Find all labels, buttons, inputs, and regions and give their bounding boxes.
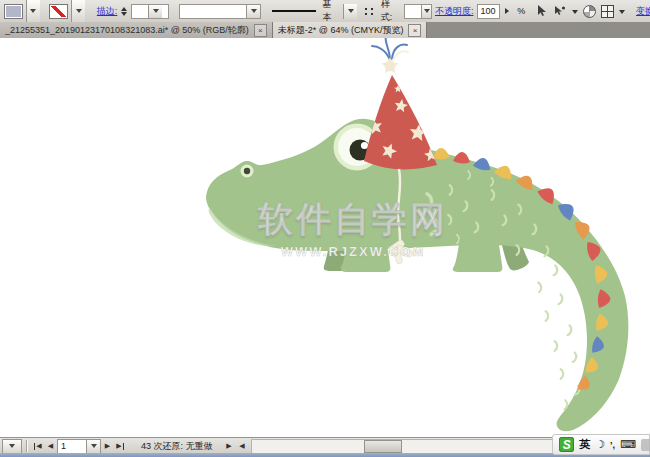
sogou-ime-bar: S 英 ☽ ’, ⌨ [552,434,650,455]
select-similar-dropdown[interactable] [572,10,578,17]
select-similar-icon[interactable] [535,4,550,19]
pompom-ribbons [372,36,408,60]
brush-options-icon[interactable] [364,7,374,16]
ime-language-toggle[interactable]: 英 [579,437,590,452]
fill-color-dropdown[interactable] [26,0,40,22]
opacity-value: 100 [478,6,499,16]
scale-crescent [561,369,564,379]
select-similar-options-icon[interactable] [553,4,568,19]
prev-artboard-button[interactable]: ◀ [44,440,57,453]
scale-crescent [567,325,572,335]
width-profile-dropdown[interactable] [246,5,260,18]
croc-hind-leg [453,236,503,272]
tab-2-title: 未标题-2* @ 64% (CMYK/预览) [278,24,404,37]
brush-dropdown[interactable] [343,4,357,19]
stroke-color-dropdown[interactable] [71,0,85,22]
opacity-panel-link[interactable]: 不透明度: [435,5,474,18]
sogou-logo-icon[interactable]: S [559,437,574,452]
stroke-weight-combo[interactable] [131,4,168,19]
croc-eye-glint [361,142,368,149]
document-tabbar: _21255351_20190123170108321083.ai* @ 50%… [0,22,650,38]
tab-1-title: _21255351_20190123170108321083.ai* @ 50%… [5,24,249,37]
tab-2-close-icon[interactable]: × [408,24,421,37]
opacity-dropdown-icon[interactable] [505,8,512,14]
ime-more-icon[interactable] [641,439,650,451]
artboard-number-combo[interactable]: 1 [57,439,101,454]
crocodile-illustration [0,0,650,457]
tab-document-2[interactable]: 未标题-2* @ 64% (CMYK/预览) × [273,22,428,38]
scale-crescent [564,400,567,409]
last-artboard-button[interactable]: ▶ [114,440,127,453]
stroke-color-swatch[interactable] [49,4,68,19]
artboard-number: 1 [58,441,86,451]
croc-nostril [244,168,250,174]
ime-fullwidth-moon-icon[interactable]: ☽ [595,438,605,451]
brush-stroke-preview [272,10,315,12]
opacity-value-box[interactable]: 100 [477,4,501,19]
style-combo[interactable] [404,4,432,19]
brush-name: 基本 [323,0,341,24]
status-menu-arrow[interactable]: ▶ [223,440,236,453]
stroke-weight-stepper[interactable] [121,4,127,19]
illustrator-window: 软件自学网 WWW.RJZXW.COM 描边: 基本 样式: 不透明度: 100 [0,0,650,457]
scale-crescent [555,341,558,351]
croc-front-leg [341,236,391,272]
pompom-ball [385,61,396,72]
scroll-left-button[interactable]: ◀ [236,440,249,453]
tab-document-1[interactable]: _21255351_20190123170108321083.ai* @ 50%… [0,22,273,38]
transform-panel-link[interactable]: 变换 [636,5,650,18]
stroke-weight-dropdown[interactable] [148,5,162,18]
ime-punctuation-icon[interactable]: ’, [610,440,615,450]
scale-crescent [538,282,541,292]
scale-crescent [558,294,563,304]
style-label: 样式: [381,0,401,24]
first-artboard-button[interactable]: ◀ [31,440,44,453]
next-artboard-button[interactable]: ▶ [101,440,114,453]
undo-status-text: 43 次还原: 无重做 [141,440,213,453]
scale-crescent [554,265,558,275]
align-grid-icon[interactable] [600,4,615,19]
scale-crescent [573,353,577,363]
control-bar: 描边: 基本 样式: 不透明度: 100 % [0,0,650,23]
fill-color-swatch[interactable] [4,4,23,19]
style-dropdown[interactable] [421,5,431,18]
percent-sign: % [517,6,525,16]
zoom-level-combo[interactable] [2,439,22,454]
width-profile-combo[interactable] [179,4,262,19]
scale-crescent [546,311,549,321]
zoom-level-dropdown[interactable] [3,440,21,453]
recolor-artwork-icon[interactable] [583,4,598,19]
tab-1-close-icon[interactable]: × [254,24,267,37]
scrollbar-thumb[interactable] [364,440,402,453]
ime-keyboard-icon[interactable]: ⌨ [620,438,636,451]
stroke-panel-link[interactable]: 描边: [97,5,118,18]
align-dropdown[interactable] [619,10,625,17]
artboard-dropdown[interactable] [86,440,100,453]
hat-pompom [381,57,398,73]
